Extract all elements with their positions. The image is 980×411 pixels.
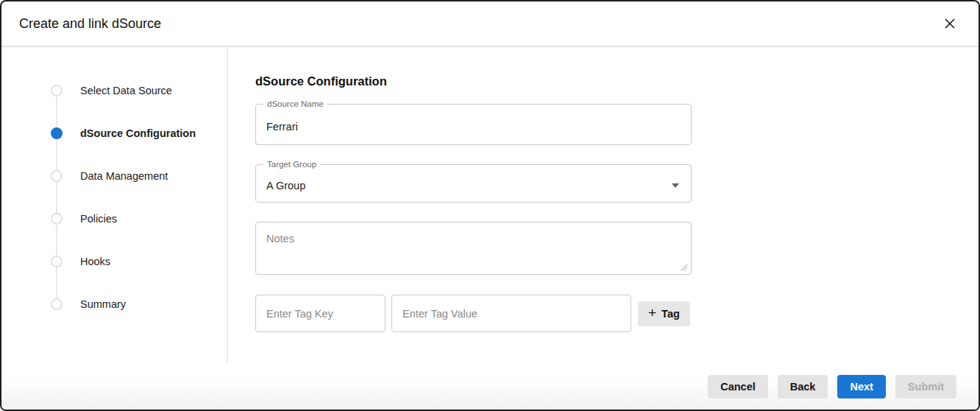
step-circle-icon bbox=[51, 170, 63, 182]
step-policies[interactable]: Policies bbox=[1, 197, 227, 240]
step-label: Data Management bbox=[80, 170, 168, 182]
chevron-down-icon bbox=[672, 183, 679, 188]
modal-title: Create and link dSource bbox=[19, 16, 939, 32]
dsource-name-input[interactable] bbox=[256, 105, 691, 144]
step-select-data-source[interactable]: Select Data Source bbox=[1, 69, 227, 112]
target-group-value: A Group bbox=[266, 180, 672, 192]
step-data-management[interactable]: Data Management bbox=[1, 155, 227, 197]
step-summary[interactable]: Summary bbox=[1, 283, 227, 326]
cancel-button[interactable]: Cancel bbox=[708, 375, 768, 398]
add-tag-button[interactable]: + Tag bbox=[638, 301, 690, 326]
target-group-label: Target Group bbox=[263, 160, 320, 169]
step-label: Policies bbox=[80, 213, 117, 225]
modal-header: Create and link dSource bbox=[1, 1, 979, 47]
step-circle-icon bbox=[51, 85, 63, 96]
tag-entry-row: + Tag bbox=[255, 295, 692, 332]
form-panel: dSource Configuration dSource Name Targe… bbox=[228, 47, 979, 364]
tag-value-input[interactable] bbox=[391, 295, 631, 332]
create-and-link-dsource-modal: Create and link dSource Select Data Sour… bbox=[0, 0, 980, 411]
step-hooks[interactable]: Hooks bbox=[1, 240, 227, 283]
plus-icon: + bbox=[648, 306, 656, 320]
notes-field bbox=[255, 222, 692, 275]
step-label: dSource Configuration bbox=[80, 127, 196, 139]
tag-key-input[interactable] bbox=[255, 295, 386, 332]
form-heading: dSource Configuration bbox=[255, 74, 692, 88]
step-circle-icon bbox=[51, 256, 63, 267]
next-button[interactable]: Next bbox=[837, 375, 885, 398]
modal-body: Select Data Source dSource Configuration… bbox=[1, 47, 979, 364]
close-button[interactable] bbox=[939, 13, 961, 35]
submit-button[interactable]: Submit bbox=[895, 375, 956, 398]
notes-textarea[interactable] bbox=[256, 222, 691, 274]
target-group-select[interactable]: Target Group A Group bbox=[255, 164, 692, 203]
step-label: Summary bbox=[80, 298, 126, 310]
step-label: Select Data Source bbox=[80, 85, 172, 96]
dsource-name-label: dSource Name bbox=[263, 99, 327, 109]
back-button[interactable]: Back bbox=[778, 375, 828, 398]
close-icon bbox=[943, 17, 956, 30]
wizard-stepper: Select Data Source dSource Configuration… bbox=[1, 47, 227, 326]
step-circle-icon bbox=[51, 213, 63, 225]
step-circle-icon bbox=[51, 298, 63, 310]
step-active-dot-icon bbox=[51, 127, 63, 139]
add-tag-button-label: Tag bbox=[661, 308, 680, 320]
step-dsource-configuration[interactable]: dSource Configuration bbox=[1, 112, 227, 155]
wizard-stepper-panel: Select Data Source dSource Configuration… bbox=[1, 47, 228, 364]
step-label: Hooks bbox=[80, 256, 110, 267]
dsource-name-field: dSource Name bbox=[255, 104, 692, 145]
modal-footer: Cancel Back Next Submit bbox=[1, 364, 979, 410]
